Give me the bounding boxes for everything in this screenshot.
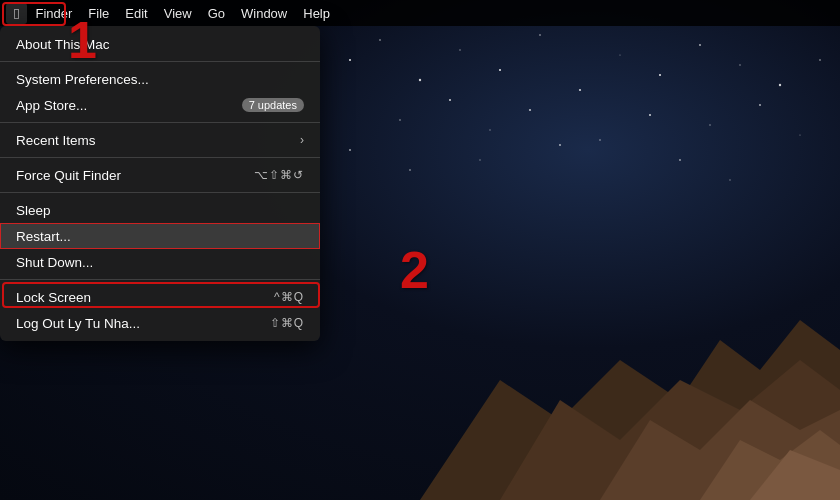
system-preferences-item[interactable]: System Preferences... bbox=[0, 66, 320, 92]
svg-point-25 bbox=[409, 169, 411, 171]
svg-point-1 bbox=[379, 39, 381, 41]
svg-point-19 bbox=[759, 104, 761, 106]
app-store-badge: 7 updates bbox=[242, 98, 304, 112]
logout-item[interactable]: Log Out Ly Tu Nha... ⇧⌘Q bbox=[0, 310, 320, 336]
svg-point-9 bbox=[699, 44, 701, 46]
force-quit-label: Force Quit Finder bbox=[16, 168, 121, 183]
svg-point-26 bbox=[679, 159, 681, 161]
separator-1 bbox=[0, 61, 320, 62]
svg-point-8 bbox=[659, 74, 661, 76]
app-store-item[interactable]: App Store... 7 updates bbox=[0, 92, 320, 118]
recent-items-item[interactable]: Recent Items › bbox=[0, 127, 320, 153]
restart-item[interactable]: Restart... bbox=[0, 223, 320, 249]
svg-point-27 bbox=[729, 179, 730, 180]
logout-shortcut: ⇧⌘Q bbox=[270, 316, 304, 330]
separator-4 bbox=[0, 192, 320, 193]
annotation-number-1: 1 bbox=[68, 10, 97, 70]
annotation-box-2 bbox=[2, 282, 320, 308]
menubar:  Finder File Edit View Go Window Help bbox=[0, 0, 840, 26]
svg-point-15 bbox=[529, 109, 531, 111]
restart-label: Restart... bbox=[16, 229, 71, 244]
app-store-label: App Store... bbox=[16, 98, 87, 113]
svg-point-3 bbox=[459, 49, 460, 50]
recent-items-label: Recent Items bbox=[16, 133, 96, 148]
annotation-box-1 bbox=[2, 2, 66, 26]
svg-point-20 bbox=[799, 134, 800, 135]
svg-point-4 bbox=[499, 69, 501, 71]
svg-point-23 bbox=[479, 159, 480, 160]
force-quit-shortcut: ⌥⇧⌘↺ bbox=[254, 168, 304, 182]
separator-5 bbox=[0, 279, 320, 280]
window-menu[interactable]: Window bbox=[233, 4, 295, 23]
separator-2 bbox=[0, 122, 320, 123]
svg-point-10 bbox=[739, 64, 740, 65]
sleep-item[interactable]: Sleep bbox=[0, 197, 320, 223]
shutdown-label: Shut Down... bbox=[16, 255, 93, 270]
svg-point-16 bbox=[599, 139, 601, 141]
view-menu[interactable]: View bbox=[156, 4, 200, 23]
recent-items-arrow: › bbox=[300, 133, 304, 147]
go-menu[interactable]: Go bbox=[200, 4, 233, 23]
svg-point-24 bbox=[349, 149, 351, 151]
about-this-mac-item[interactable]: About This Mac bbox=[0, 31, 320, 57]
separator-3 bbox=[0, 157, 320, 158]
svg-point-17 bbox=[649, 114, 651, 116]
svg-point-21 bbox=[819, 59, 821, 61]
svg-point-14 bbox=[489, 129, 490, 130]
svg-point-18 bbox=[709, 124, 710, 125]
svg-point-11 bbox=[779, 84, 781, 86]
svg-point-13 bbox=[449, 99, 451, 101]
svg-point-12 bbox=[399, 119, 401, 121]
force-quit-item[interactable]: Force Quit Finder ⌥⇧⌘↺ bbox=[0, 162, 320, 188]
svg-point-2 bbox=[419, 79, 421, 81]
svg-point-7 bbox=[619, 54, 620, 55]
shutdown-item[interactable]: Shut Down... bbox=[0, 249, 320, 275]
svg-point-5 bbox=[539, 34, 541, 36]
system-preferences-label: System Preferences... bbox=[16, 72, 149, 87]
annotation-number-2: 2 bbox=[400, 240, 429, 300]
logout-label: Log Out Ly Tu Nha... bbox=[16, 316, 140, 331]
svg-point-22 bbox=[559, 144, 561, 146]
sleep-label: Sleep bbox=[16, 203, 51, 218]
svg-point-0 bbox=[349, 59, 351, 61]
svg-point-6 bbox=[579, 89, 581, 91]
edit-menu[interactable]: Edit bbox=[117, 4, 155, 23]
help-menu[interactable]: Help bbox=[295, 4, 338, 23]
